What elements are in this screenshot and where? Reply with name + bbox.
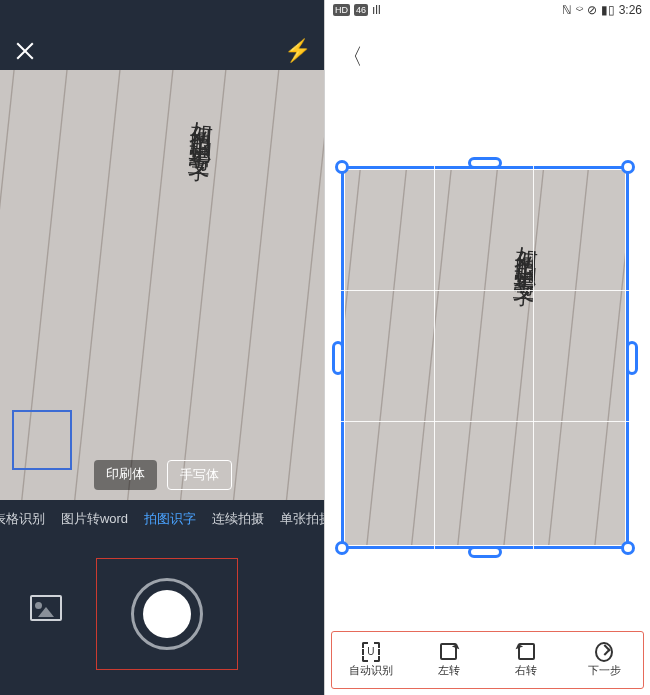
status-bt: ⌔	[576, 3, 583, 17]
handwriting-sample: 如何拍照识别手写文字	[188, 105, 216, 445]
next-button[interactable]: 下一步	[565, 632, 643, 688]
back-icon[interactable]: 〈	[333, 38, 371, 76]
font-type-handwritten[interactable]: 手写体	[167, 460, 232, 490]
next-label: 下一步	[588, 663, 621, 678]
shutter-button[interactable]	[131, 578, 203, 650]
mode-table[interactable]: 表格识别	[0, 510, 45, 528]
close-icon[interactable]	[14, 40, 36, 62]
rotate-right-label: 右转	[515, 663, 537, 678]
crop-toolbar: U 自动识别 左转 右转 下一步	[331, 631, 644, 689]
rotate-left-label: 左转	[438, 663, 460, 678]
status-dnd: ⊘	[587, 3, 597, 17]
crop-handle-bottom[interactable]	[468, 546, 502, 558]
font-type-toggle: 印刷体 手写体	[0, 460, 325, 490]
mode-img2word[interactable]: 图片转word	[61, 510, 128, 528]
crop-frame[interactable]	[341, 166, 629, 549]
status-bar: HD 46 ıll ℕ ⌔ ⊘ ▮▯ 3:26	[325, 0, 650, 22]
crop-area[interactable]: 如何拍照识别手写文字	[335, 160, 635, 555]
status-signal: ıll	[372, 3, 381, 17]
rotate-left-icon	[440, 643, 458, 661]
rotate-left-button[interactable]: 左转	[410, 632, 488, 688]
auto-detect-button[interactable]: U 自动识别	[332, 632, 410, 688]
camera-topbar: ⚡	[0, 0, 325, 70]
shutter-highlight	[96, 558, 238, 670]
flash-icon[interactable]: ⚡	[284, 38, 311, 64]
auto-detect-label: 自动识别	[349, 663, 393, 678]
crop-grid-line	[341, 290, 629, 291]
crop-grid-line	[341, 421, 629, 422]
status-net: 46	[354, 4, 368, 16]
camera-capture-screen: ⚡ 如何拍照识别手写文字 印刷体 手写体 表格识别 图片转word 拍图识字 连…	[0, 0, 325, 695]
crop-handle-tl[interactable]	[335, 160, 349, 174]
crop-handle-tr[interactable]	[621, 160, 635, 174]
status-time: 3:26	[619, 3, 642, 17]
crop-edit-screen: HD 46 ıll ℕ ⌔ ⊘ ▮▯ 3:26 〈 如何拍照识别手写文字	[325, 0, 650, 695]
status-nfc: ℕ	[562, 3, 572, 17]
status-hd: HD	[333, 4, 350, 16]
crop-handle-bl[interactable]	[335, 541, 349, 555]
rotate-right-button[interactable]: 右转	[488, 632, 566, 688]
status-batt-icon: ▮▯	[601, 3, 615, 17]
crop-handle-top[interactable]	[468, 157, 502, 169]
camera-viewfinder: 如何拍照识别手写文字 印刷体 手写体	[0, 70, 325, 500]
crop-handle-br[interactable]	[621, 541, 635, 555]
mode-ocr[interactable]: 拍图识字	[144, 510, 196, 528]
crop-grid-line	[533, 166, 534, 549]
capture-mode-row[interactable]: 表格识别 图片转word 拍图识字 连续拍摄 单张拍摄	[0, 504, 325, 534]
handwriting-text: 如何拍照识别手写文字	[186, 104, 219, 146]
mode-burst[interactable]: 连续拍摄	[212, 510, 264, 528]
auto-detect-icon: U	[362, 643, 380, 661]
gallery-icon[interactable]	[30, 595, 62, 621]
next-icon	[595, 643, 613, 661]
crop-handle-right[interactable]	[626, 341, 638, 375]
shutter-inner	[143, 590, 191, 638]
crop-grid-line	[434, 166, 435, 549]
rotate-right-icon	[517, 643, 535, 661]
font-type-printed[interactable]: 印刷体	[94, 460, 157, 490]
crop-handle-left[interactable]	[332, 341, 344, 375]
